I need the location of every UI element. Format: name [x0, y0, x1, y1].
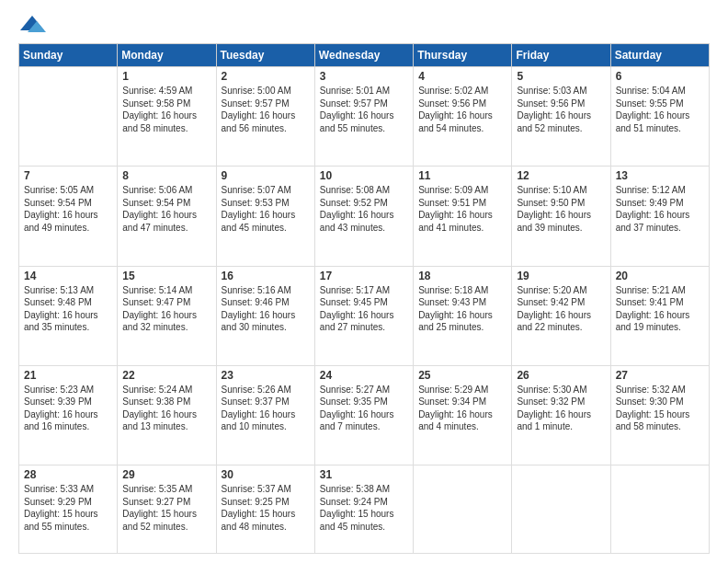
- day-number: 19: [517, 270, 605, 282]
- day-number: 8: [122, 169, 210, 182]
- day-number: 13: [616, 169, 704, 182]
- calendar-cell: 1Sunrise: 4:59 AM Sunset: 9:58 PM Daylig…: [118, 67, 216, 167]
- header: [18, 14, 710, 36]
- week-row-4: 21Sunrise: 5:23 AM Sunset: 9:39 PM Dayli…: [19, 365, 710, 465]
- day-number: 15: [122, 270, 210, 282]
- week-row-1: 1Sunrise: 4:59 AM Sunset: 9:58 PM Daylig…: [19, 67, 710, 167]
- calendar-cell: 8Sunrise: 5:06 AM Sunset: 9:54 PM Daylig…: [118, 167, 216, 266]
- calendar-cell: 17Sunrise: 5:17 AM Sunset: 9:45 PM Dayli…: [314, 266, 413, 365]
- day-number: 6: [616, 70, 704, 83]
- day-number: 12: [517, 169, 605, 182]
- day-number: 4: [418, 70, 506, 83]
- day-number: 27: [616, 369, 704, 382]
- cell-content: Sunrise: 5:13 AM Sunset: 9:48 PM Dayligh…: [24, 284, 112, 334]
- calendar-cell: 7Sunrise: 5:05 AM Sunset: 9:54 PM Daylig…: [19, 167, 118, 266]
- cell-content: Sunrise: 5:30 AM Sunset: 9:32 PM Dayligh…: [517, 384, 605, 433]
- day-number: 26: [517, 369, 605, 382]
- calendar-cell: 30Sunrise: 5:37 AM Sunset: 9:25 PM Dayli…: [216, 465, 314, 554]
- calendar-cell: 3Sunrise: 5:01 AM Sunset: 9:57 PM Daylig…: [314, 67, 413, 167]
- cell-content: Sunrise: 5:38 AM Sunset: 9:24 PM Dayligh…: [320, 483, 408, 533]
- cell-content: Sunrise: 5:21 AM Sunset: 9:41 PM Dayligh…: [616, 284, 704, 334]
- column-header-thursday: Thursday: [414, 44, 512, 67]
- column-header-monday: Monday: [118, 44, 216, 67]
- calendar-cell: 28Sunrise: 5:33 AM Sunset: 9:29 PM Dayli…: [19, 465, 118, 554]
- cell-content: Sunrise: 5:24 AM Sunset: 9:38 PM Dayligh…: [122, 384, 210, 433]
- cell-content: Sunrise: 5:26 AM Sunset: 9:37 PM Dayligh…: [222, 384, 310, 433]
- day-number: 14: [24, 270, 112, 282]
- day-number: 28: [24, 468, 112, 481]
- cell-content: Sunrise: 5:35 AM Sunset: 9:27 PM Dayligh…: [122, 483, 210, 533]
- calendar-cell: 16Sunrise: 5:16 AM Sunset: 9:46 PM Dayli…: [216, 266, 314, 365]
- day-number: 16: [222, 270, 310, 282]
- cell-content: Sunrise: 5:17 AM Sunset: 9:45 PM Dayligh…: [320, 284, 408, 334]
- calendar-cell: 31Sunrise: 5:38 AM Sunset: 9:24 PM Dayli…: [314, 465, 413, 554]
- day-number: 30: [222, 468, 310, 481]
- logo-icon: [18, 14, 46, 36]
- cell-content: Sunrise: 5:03 AM Sunset: 9:56 PM Dayligh…: [517, 85, 605, 134]
- calendar-cell: [610, 465, 709, 554]
- week-row-2: 7Sunrise: 5:05 AM Sunset: 9:54 PM Daylig…: [19, 167, 710, 266]
- cell-content: Sunrise: 5:32 AM Sunset: 9:30 PM Dayligh…: [616, 384, 704, 433]
- calendar-cell: 29Sunrise: 5:35 AM Sunset: 9:27 PM Dayli…: [118, 465, 216, 554]
- cell-content: Sunrise: 5:16 AM Sunset: 9:46 PM Dayligh…: [222, 284, 310, 334]
- calendar-cell: 10Sunrise: 5:08 AM Sunset: 9:52 PM Dayli…: [314, 167, 413, 266]
- day-number: 9: [222, 169, 310, 182]
- calendar-cell: 18Sunrise: 5:18 AM Sunset: 9:43 PM Dayli…: [414, 266, 512, 365]
- calendar-cell: 26Sunrise: 5:30 AM Sunset: 9:32 PM Dayli…: [512, 365, 610, 465]
- column-header-saturday: Saturday: [610, 44, 709, 67]
- calendar-cell: [414, 465, 512, 554]
- cell-content: Sunrise: 5:05 AM Sunset: 9:54 PM Dayligh…: [24, 184, 112, 234]
- calendar-cell: 2Sunrise: 5:00 AM Sunset: 9:57 PM Daylig…: [216, 67, 314, 167]
- calendar-cell: 5Sunrise: 5:03 AM Sunset: 9:56 PM Daylig…: [512, 67, 610, 167]
- day-number: 7: [24, 169, 112, 182]
- day-number: 20: [616, 270, 704, 282]
- week-row-5: 28Sunrise: 5:33 AM Sunset: 9:29 PM Dayli…: [19, 465, 710, 554]
- cell-content: Sunrise: 5:09 AM Sunset: 9:51 PM Dayligh…: [418, 184, 506, 234]
- cell-content: Sunrise: 5:12 AM Sunset: 9:49 PM Dayligh…: [616, 184, 704, 234]
- day-number: 2: [222, 70, 310, 83]
- calendar-cell: 22Sunrise: 5:24 AM Sunset: 9:38 PM Dayli…: [118, 365, 216, 465]
- calendar-cell: 6Sunrise: 5:04 AM Sunset: 9:55 PM Daylig…: [610, 67, 709, 167]
- day-number: 1: [122, 70, 210, 83]
- cell-content: Sunrise: 5:00 AM Sunset: 9:57 PM Dayligh…: [222, 85, 310, 134]
- calendar-cell: 25Sunrise: 5:29 AM Sunset: 9:34 PM Dayli…: [414, 365, 512, 465]
- calendar-cell: [512, 465, 610, 554]
- cell-content: Sunrise: 5:10 AM Sunset: 9:50 PM Dayligh…: [517, 184, 605, 234]
- cell-content: Sunrise: 5:27 AM Sunset: 9:35 PM Dayligh…: [320, 384, 408, 433]
- day-number: 29: [122, 468, 210, 481]
- cell-content: Sunrise: 5:08 AM Sunset: 9:52 PM Dayligh…: [320, 184, 408, 234]
- day-number: 21: [24, 369, 112, 382]
- calendar-cell: 11Sunrise: 5:09 AM Sunset: 9:51 PM Dayli…: [414, 167, 512, 266]
- day-number: 17: [320, 270, 408, 282]
- calendar-cell: 4Sunrise: 5:02 AM Sunset: 9:56 PM Daylig…: [414, 67, 512, 167]
- calendar-cell: 12Sunrise: 5:10 AM Sunset: 9:50 PM Dayli…: [512, 167, 610, 266]
- calendar-table: SundayMondayTuesdayWednesdayThursdayFrid…: [18, 43, 710, 554]
- cell-content: Sunrise: 5:02 AM Sunset: 9:56 PM Dayligh…: [418, 85, 506, 134]
- calendar-cell: [19, 67, 118, 167]
- calendar-cell: 19Sunrise: 5:20 AM Sunset: 9:42 PM Dayli…: [512, 266, 610, 365]
- column-header-tuesday: Tuesday: [216, 44, 314, 67]
- cell-content: Sunrise: 5:07 AM Sunset: 9:53 PM Dayligh…: [222, 184, 310, 234]
- calendar-cell: 24Sunrise: 5:27 AM Sunset: 9:35 PM Dayli…: [314, 365, 413, 465]
- day-number: 5: [517, 70, 605, 83]
- cell-content: Sunrise: 5:18 AM Sunset: 9:43 PM Dayligh…: [418, 284, 506, 334]
- day-number: 10: [320, 169, 408, 182]
- logo: [18, 14, 50, 36]
- calendar-page: SundayMondayTuesdayWednesdayThursdayFrid…: [0, 0, 728, 563]
- calendar-cell: 27Sunrise: 5:32 AM Sunset: 9:30 PM Dayli…: [610, 365, 709, 465]
- cell-content: Sunrise: 5:04 AM Sunset: 9:55 PM Dayligh…: [616, 85, 704, 134]
- day-number: 3: [320, 70, 408, 83]
- day-number: 23: [222, 369, 310, 382]
- day-number: 24: [320, 369, 408, 382]
- calendar-header-row: SundayMondayTuesdayWednesdayThursdayFrid…: [19, 44, 710, 67]
- column-header-friday: Friday: [512, 44, 610, 67]
- calendar-cell: 23Sunrise: 5:26 AM Sunset: 9:37 PM Dayli…: [216, 365, 314, 465]
- cell-content: Sunrise: 5:01 AM Sunset: 9:57 PM Dayligh…: [320, 85, 408, 134]
- week-row-3: 14Sunrise: 5:13 AM Sunset: 9:48 PM Dayli…: [19, 266, 710, 365]
- column-header-wednesday: Wednesday: [314, 44, 413, 67]
- calendar-cell: 20Sunrise: 5:21 AM Sunset: 9:41 PM Dayli…: [610, 266, 709, 365]
- calendar-cell: 21Sunrise: 5:23 AM Sunset: 9:39 PM Dayli…: [19, 365, 118, 465]
- cell-content: Sunrise: 5:37 AM Sunset: 9:25 PM Dayligh…: [222, 483, 310, 533]
- cell-content: Sunrise: 4:59 AM Sunset: 9:58 PM Dayligh…: [122, 85, 210, 134]
- cell-content: Sunrise: 5:20 AM Sunset: 9:42 PM Dayligh…: [517, 284, 605, 334]
